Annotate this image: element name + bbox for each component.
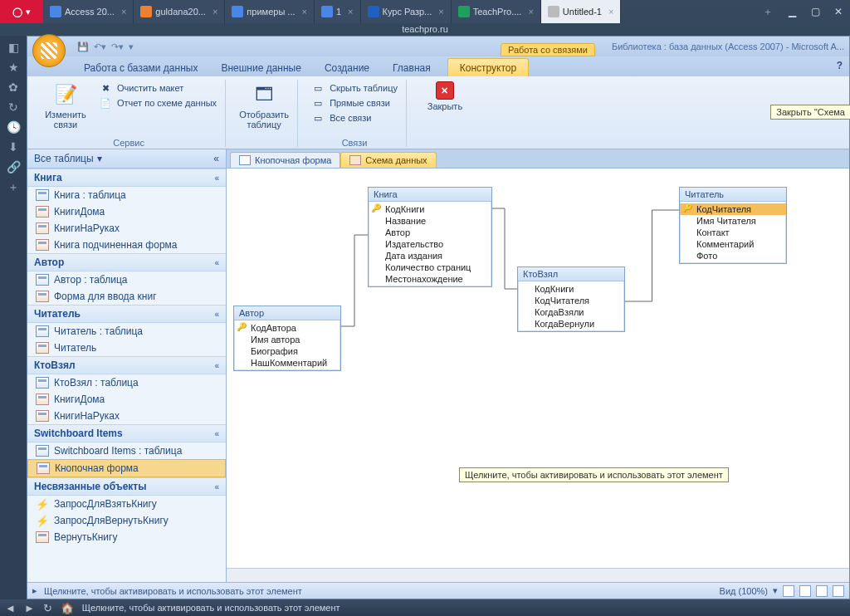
save-icon[interactable]: 💾 [77, 42, 89, 52]
view-button-1[interactable] [783, 585, 794, 597]
browser-side-panel[interactable]: ◧ ★ ✿ ↻ 🕓 ⬇ 🔗 ＋ [0, 36, 27, 599]
zoom-dropdown-icon[interactable]: ▾ [773, 585, 778, 596]
table-window-title[interactable]: Автор [234, 306, 340, 320]
field[interactable]: КодЧитателя [680, 203, 786, 215]
nav-item[interactable]: Читатель : таблица [27, 323, 226, 340]
table-window-ktovzyal[interactable]: КтоВзялКодКнигиКодЧитателяКогдаВзялиКогд… [517, 266, 625, 332]
history-icon[interactable]: 🕓 [7, 120, 21, 134]
nav-item[interactable]: ЗапросДляВернутьКнигу [27, 512, 226, 529]
browser-tab[interactable]: TeachPro....× [452, 0, 541, 23]
direct-relations-button[interactable]: ▭Прямые связи [311, 96, 398, 110]
star-icon[interactable]: ★ [8, 61, 19, 74]
browser-tab[interactable]: Untitled-1× [541, 0, 622, 23]
nav-item[interactable]: КтоВзял : таблица [27, 374, 226, 391]
tab-close-icon[interactable]: × [121, 7, 126, 17]
browser-tab[interactable]: Access 20...× [43, 0, 134, 23]
ribbon-tab[interactable]: Работа с базами данных [72, 59, 209, 76]
minimize-button[interactable]: ▁ [780, 0, 804, 23]
edit-relations-button[interactable]: 📝 Изменить связи [41, 81, 90, 135]
view-button-4[interactable] [833, 585, 844, 597]
help-icon[interactable]: ? [837, 60, 843, 71]
horizontal-scrollbar[interactable] [227, 568, 849, 582]
field[interactable]: Биография [234, 345, 340, 357]
field[interactable]: КодАвтора [234, 322, 340, 334]
nav-item[interactable]: Книга : таблица [27, 187, 226, 203]
field[interactable]: Автор [369, 227, 491, 238]
clear-layout-button[interactable]: ✖Очистить макет [99, 81, 217, 95]
field[interactable]: Название [369, 215, 491, 227]
field[interactable]: КогдаВзяли [518, 306, 624, 318]
field[interactable]: Издательство [369, 238, 491, 250]
field[interactable]: КодЧитателя [518, 295, 624, 306]
nav-group-header[interactable]: Switchboard Items« [27, 424, 226, 442]
field[interactable]: КодКниги [369, 203, 491, 215]
ribbon-tab[interactable]: Внешние данные [209, 59, 313, 76]
nav-item[interactable]: Читатель [27, 340, 226, 356]
tab-close-icon[interactable]: × [348, 7, 353, 17]
table-window-title[interactable]: КтоВзял [518, 267, 624, 281]
table-window-title[interactable]: Книга [369, 188, 491, 202]
nav-group-header[interactable]: Несвязанные объекты« [27, 477, 226, 496]
reload-icon[interactable]: ↻ [43, 602, 52, 614]
table-window-chitatel[interactable]: ЧитательКодЧитателяИмя ЧитателяКонтактКо… [679, 187, 787, 264]
table-window-title[interactable]: Читатель [680, 188, 786, 202]
table-window-avtor[interactable]: АвторКодАвтораИмя автораБиографияНашКомм… [233, 306, 341, 371]
nav-item[interactable]: ЗапросДляВзятьКнигу [27, 496, 226, 512]
nav-item[interactable]: Автор : таблица [27, 271, 226, 288]
tab-close-icon[interactable]: × [302, 7, 307, 17]
undo-icon[interactable]: ↶▾ [94, 42, 106, 52]
nav-item[interactable]: Кнопочная форма [27, 459, 226, 477]
nav-item[interactable]: ВернутьКнигу [27, 529, 226, 545]
relationships-canvas[interactable]: АвторКодАвтораИмя автораБиографияНашКомм… [227, 168, 849, 568]
back-icon[interactable]: ◄ [5, 602, 16, 614]
document-tab[interactable]: Схема данных [340, 152, 436, 168]
field[interactable]: Имя автора [234, 334, 340, 345]
gear-icon[interactable]: ✿ [8, 81, 18, 94]
browser-tab[interactable]: guldana20...× [134, 0, 225, 23]
ribbon-tab-constructor[interactable]: Конструктор [447, 58, 529, 76]
browser-tab[interactable]: 1× [315, 0, 361, 23]
ribbon-tab[interactable]: Главная [381, 59, 442, 76]
os-taskbar[interactable]: ◄ ► ↻ 🏠 Щелкните, чтобы активировать и и… [0, 599, 850, 616]
tab-close-icon[interactable]: × [608, 7, 613, 17]
browser-tab[interactable]: примеры ...× [225, 0, 315, 23]
qat-customize-icon[interactable]: ▾ [129, 42, 134, 52]
view-button-3[interactable] [816, 585, 828, 597]
tab-close-icon[interactable]: × [212, 7, 217, 17]
field[interactable]: Комментарий [680, 238, 786, 250]
tab-close-icon[interactable]: × [438, 7, 443, 17]
report-schema-button[interactable]: 📄Отчет по схеме данных [99, 96, 217, 110]
nav-item[interactable]: Switchboard Items : таблица [27, 442, 226, 459]
downloads-icon[interactable]: ⬇ [8, 140, 18, 154]
close-schema-button[interactable]: ✕ Закрыть [420, 81, 470, 135]
panel-icon[interactable]: ◧ [8, 41, 19, 54]
field[interactable]: Местонахождение [369, 273, 491, 285]
nav-group-header[interactable]: Книга« [27, 169, 226, 187]
document-tab[interactable]: Кнопочная форма [230, 152, 340, 168]
all-relations-button[interactable]: ▭Все связи [311, 111, 398, 125]
show-table-button[interactable]: 🗔 Отобразить таблицу [239, 81, 289, 135]
navigation-pane[interactable]: Все таблицы▾ « Книга«Книга : таблицаКниг… [27, 149, 227, 582]
nav-item[interactable]: Книга подчиненная форма [27, 237, 226, 253]
add-panel-icon[interactable]: ＋ [7, 180, 19, 195]
new-tab-button[interactable]: ＋ [755, 0, 780, 23]
field[interactable]: Дата издания [369, 250, 491, 262]
tab-close-icon[interactable]: × [528, 7, 533, 17]
field[interactable]: КодКниги [518, 283, 624, 295]
field[interactable]: КогдаВернули [518, 318, 624, 330]
sync-icon[interactable]: ↻ [8, 100, 18, 114]
nav-item[interactable]: КнигиНаРуках [27, 408, 226, 424]
view-button-2[interactable] [799, 585, 811, 597]
home-icon[interactable]: 🏠 [61, 602, 74, 614]
office-button[interactable] [32, 34, 66, 67]
field[interactable]: Количество страниц [369, 262, 491, 273]
field[interactable]: Имя Читателя [680, 215, 786, 227]
table-window-kniga[interactable]: КнигаКодКнигиНазваниеАвторИздательствоДа… [368, 187, 492, 287]
links-icon[interactable]: 🔗 [7, 160, 21, 174]
nav-group-header[interactable]: Читатель« [27, 305, 226, 323]
forward-icon[interactable]: ► [24, 602, 35, 614]
redo-icon[interactable]: ↷▾ [111, 42, 124, 52]
nav-group-header[interactable]: Автор« [27, 253, 226, 271]
field[interactable]: НашКомментарий [234, 357, 340, 369]
hide-table-button[interactable]: ▭Скрыть таблицу [311, 81, 398, 95]
